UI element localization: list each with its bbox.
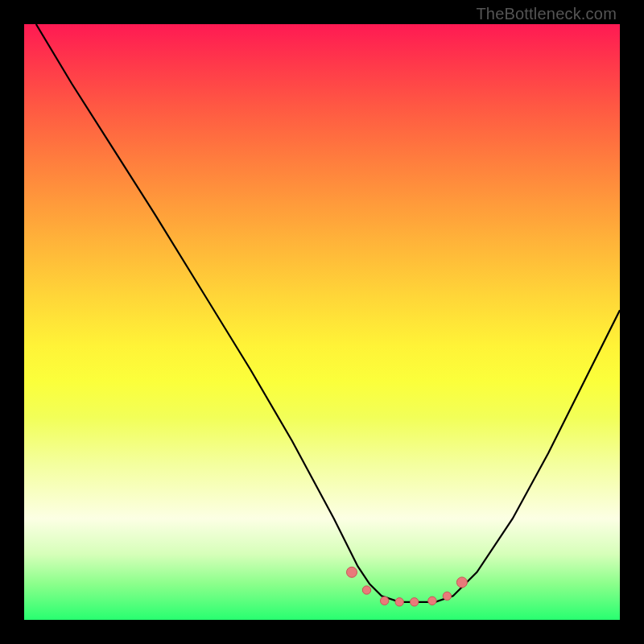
curve-marker bbox=[381, 597, 389, 605]
curve-marker bbox=[443, 592, 451, 600]
watermark-text: TheBottleneck.com bbox=[476, 5, 617, 23]
curve-marker bbox=[362, 586, 370, 594]
curve-marker bbox=[347, 567, 357, 577]
bottleneck-curve bbox=[24, 24, 620, 620]
chart-frame: TheBottleneck.com bbox=[0, 0, 644, 644]
curve-markers bbox=[347, 567, 468, 606]
curve-path bbox=[36, 24, 620, 602]
curve-marker bbox=[395, 598, 403, 606]
plot-area bbox=[24, 24, 620, 620]
curve-marker bbox=[456, 577, 467, 588]
curve-marker bbox=[428, 597, 436, 605]
curve-marker bbox=[411, 598, 419, 606]
